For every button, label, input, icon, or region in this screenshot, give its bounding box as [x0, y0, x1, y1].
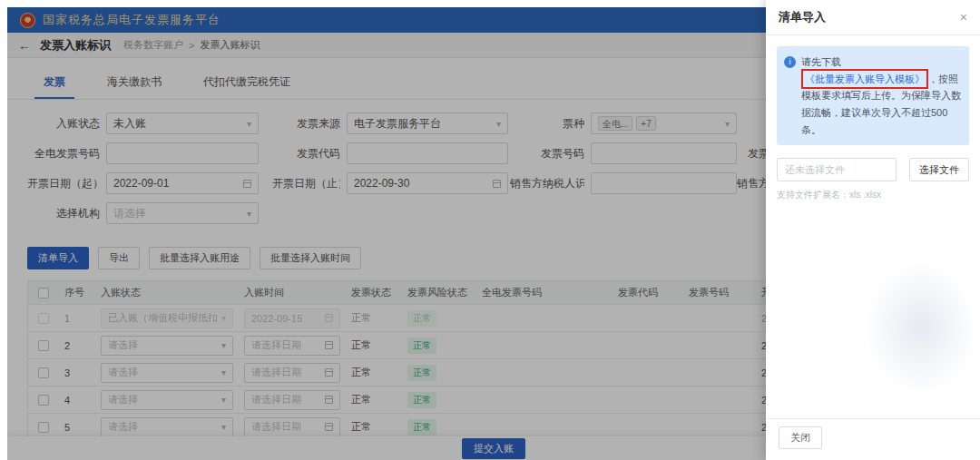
alert-text: 请先下载《批量发票入账导入模板》，按照模板要求填写后上传。为保障导入数据流畅，建…: [801, 54, 961, 138]
file-select-row: 选择文件: [777, 158, 969, 181]
screen: 国家税务总局电子发票服务平台 ← 发票入账标识 税务数字账户 > 发票入账标识 …: [0, 0, 980, 460]
file-extension-hint: 支持文件扩展名：xls .xlsx: [777, 189, 969, 201]
file-name-input[interactable]: [777, 158, 897, 181]
close-icon[interactable]: ×: [960, 11, 967, 24]
drawer-title: 清单导入: [779, 9, 826, 25]
drawer-footer: 关闭: [766, 418, 980, 460]
info-icon: i: [784, 56, 796, 68]
drawer-body: i 请先下载《批量发票入账导入模板》，按照模板要求填写后上传。为保障导入数据流畅…: [766, 35, 980, 418]
import-info-alert: i 请先下载《批量发票入账导入模板》，按照模板要求填写后上传。为保障导入数据流畅…: [777, 46, 969, 145]
choose-file-button[interactable]: 选择文件: [909, 158, 969, 181]
watermark: [867, 264, 975, 391]
close-drawer-button[interactable]: 关闭: [779, 426, 822, 449]
alert-prefix: 请先下载: [801, 56, 841, 67]
import-drawer: 清单导入 × i 请先下载《批量发票入账导入模板》，按照模板要求填写后上传。为保…: [766, 0, 980, 460]
drawer-header: 清单导入 ×: [766, 0, 980, 35]
red-annotation-box: 《批量发票入账导入模板》: [801, 69, 928, 90]
template-download-link[interactable]: 《批量发票入账导入模板》: [805, 73, 925, 84]
